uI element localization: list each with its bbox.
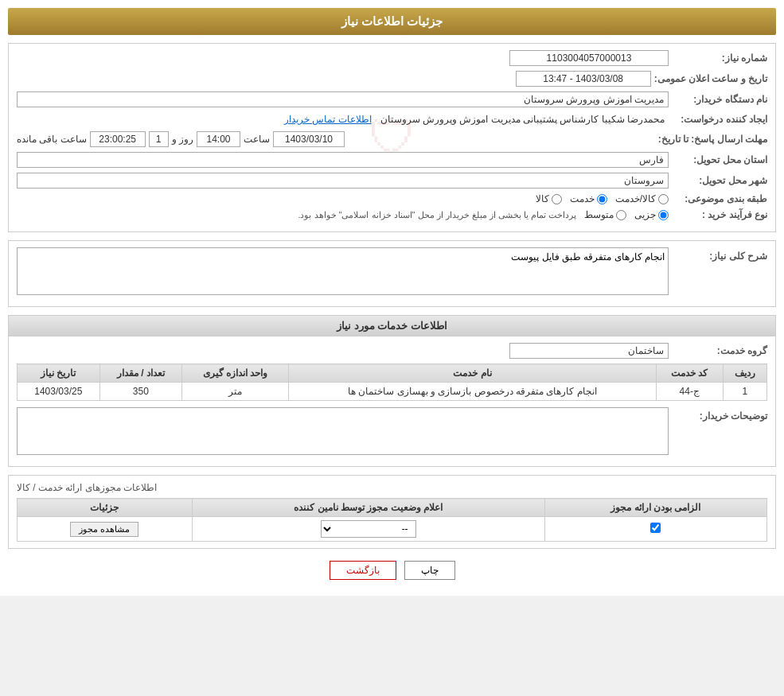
requester-org-label: نام دستگاه خریدار: xyxy=(672,94,767,105)
contact-info-link[interactable]: اطلاعات تماس خریدار xyxy=(284,114,372,125)
license-status-select[interactable]: -- xyxy=(321,520,416,538)
radio-kala-label: کالا xyxy=(536,193,549,204)
radio-jozei[interactable] xyxy=(658,210,669,220)
purchase-type-group: جزیی متوسط پرداخت تمام یا بخشی از مبلغ خ… xyxy=(298,209,669,220)
remaining-label: ساعت باقی مانده xyxy=(17,134,87,145)
licenses-col-details: جزئیات xyxy=(18,499,193,517)
cell-row: 1 xyxy=(723,383,766,401)
view-license-button[interactable]: مشاهده مجوز xyxy=(70,522,138,537)
purchase-type-radio-jozei: جزیی xyxy=(634,209,669,220)
city-value: سروستان xyxy=(17,173,669,189)
time-label: ساعت xyxy=(244,134,270,145)
radio-khedmat[interactable] xyxy=(597,194,607,204)
publish-day-value: 1 xyxy=(149,131,169,147)
requester-org-value: مدیریت اموزش وپرورش سروستان xyxy=(17,91,669,107)
cell-name: انجام کارهای متفرقه درخصوص بازسازی و بهس… xyxy=(289,383,656,401)
radio-motevaset-label: متوسط xyxy=(584,209,614,220)
radio-khedmat-label: خدمت xyxy=(570,193,595,204)
page-title: جزئیات اطلاعات نیاز xyxy=(8,8,776,35)
created-by-value: محمدرضا شکیبا کارشناس پشتیبانی مدیریت ام… xyxy=(376,112,669,126)
radio-kala-khedmat[interactable] xyxy=(658,194,669,204)
cell-unit: متر xyxy=(182,383,289,401)
licenses-col-status: اعلام وضعیت مجوز توسط نامین کننده xyxy=(192,499,544,517)
cell-date: 1403/03/25 xyxy=(18,383,100,401)
table-row: 1 ج-44 انجام کارهای متفرقه درخصوص بازساز… xyxy=(18,383,767,401)
licenses-col-required: الزامی بودن ارائه مجوز xyxy=(544,499,766,517)
remaining-value: 23:00:25 xyxy=(90,131,146,147)
buyer-notes-label: توضیحات خریدار: xyxy=(672,407,767,422)
cell-code: ج-44 xyxy=(656,383,723,401)
radio-jozei-label: جزیی xyxy=(634,209,656,220)
created-by-label: ایجاد کننده درخواست: xyxy=(672,114,767,125)
purchase-type-label: نوع فرآیند خرید : xyxy=(672,209,767,220)
purchase-type-radio-motevaset: متوسط xyxy=(584,209,626,220)
print-button[interactable]: چاپ xyxy=(404,561,455,580)
publish-date-value: 1403/03/10 xyxy=(273,131,345,147)
day-label: روز و xyxy=(172,134,193,145)
services-section-title: اطلاعات خدمات مورد نیاز xyxy=(9,316,775,336)
radio-motevaset[interactable] xyxy=(616,210,626,220)
announcement-value: 1403/03/08 - 13:47 xyxy=(516,71,651,87)
col-unit: واحد اندازه گیری xyxy=(182,364,289,383)
licenses-table: الزامی بودن ارائه مجوز اعلام وضعیت مجوز … xyxy=(17,498,767,542)
services-table: ردیف کد خدمت نام خدمت واحد اندازه گیری ت… xyxy=(17,364,767,401)
back-button[interactable]: بازگشت xyxy=(330,561,396,580)
category-radio-kala: کالا xyxy=(536,193,562,204)
license-details-cell: مشاهده مجوز xyxy=(18,517,193,542)
category-label: طبقه بندی موضوعی: xyxy=(672,193,767,204)
city-label: شهر محل تحویل: xyxy=(672,175,767,186)
publish-date-label: مهلت ارسال پاسخ: تا تاریخ: xyxy=(658,134,767,145)
footer-buttons: چاپ بازگشت xyxy=(8,561,776,580)
service-group-value: ساختمان xyxy=(509,343,669,359)
license-required-checkbox[interactable] xyxy=(650,523,661,533)
publish-time-value: 14:00 xyxy=(197,131,240,147)
col-code: کد خدمت xyxy=(656,364,723,383)
service-group-label: گروه خدمت: xyxy=(672,345,767,356)
need-number-value: 1103004057000013 xyxy=(509,50,669,66)
radio-kala[interactable] xyxy=(552,194,562,204)
category-radio-khedmat: خدمت xyxy=(570,193,607,204)
category-radio-kala-khedmat: کالا/خدمت xyxy=(615,193,669,204)
col-date: تاریخ نیاز xyxy=(18,364,100,383)
license-required-cell xyxy=(544,517,766,542)
cell-count: 350 xyxy=(99,383,181,401)
general-desc-textarea[interactable] xyxy=(17,247,669,295)
col-count: تعداد / مقدار xyxy=(99,364,181,383)
col-row: ردیف xyxy=(723,364,766,383)
col-name: نام خدمت xyxy=(289,364,656,383)
licenses-title: اطلاعات مجوزهای ارائه خدمت / کالا xyxy=(17,482,767,493)
list-item: -- مشاهده مجوز xyxy=(18,517,767,542)
license-status-cell: -- xyxy=(192,517,544,542)
province-label: استان محل تحویل: xyxy=(672,154,767,165)
announcement-label: تاریخ و ساعت اعلان عمومی: xyxy=(654,73,767,84)
general-desc-label: شرح کلی نیاز: xyxy=(672,247,767,262)
province-value: فارس xyxy=(17,152,669,168)
radio-kala-khedmat-label: کالا/خدمت xyxy=(615,193,656,204)
need-number-label: شماره نیاز: xyxy=(672,52,767,64)
purchase-type-note: پرداخت تمام یا بخشی از مبلغ خریدار از مح… xyxy=(298,210,576,220)
buyer-notes-textarea[interactable] xyxy=(17,407,669,455)
category-radio-group: کالا/خدمت خدمت کالا xyxy=(536,193,669,204)
